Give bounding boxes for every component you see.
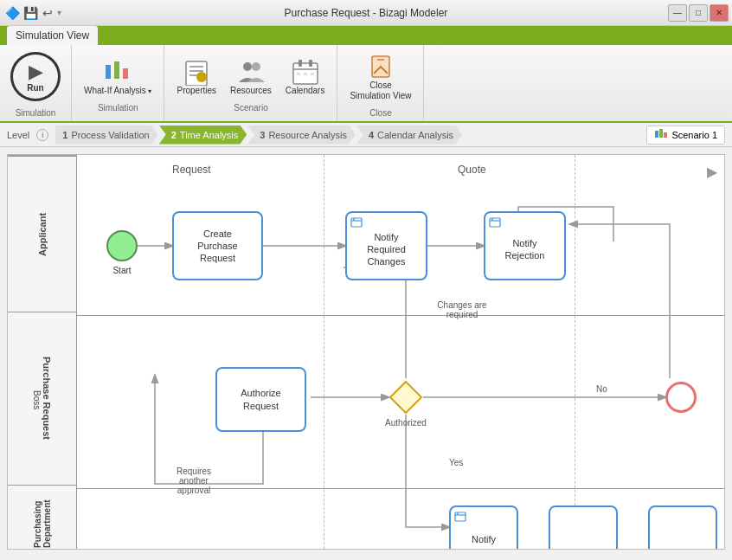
title-bar: 🔷 💾 ↩ ▾ Purchase Request - Bizagi Modele… bbox=[0, 0, 732, 26]
close-sim-label: Close Simulation View bbox=[350, 80, 411, 101]
col-divider-2 bbox=[575, 155, 575, 549]
properties-icon bbox=[183, 58, 210, 86]
toolbar: ▶ Run Simulation What-If Analysis ▾ Simu… bbox=[0, 45, 732, 123]
toolbar-group-whatif: What-If Analysis ▾ Simulation bbox=[72, 45, 164, 121]
svg-rect-2 bbox=[123, 68, 128, 79]
svg-rect-0 bbox=[106, 65, 111, 79]
section-quote: Quote bbox=[458, 164, 486, 176]
scenario-box[interactable]: Scenario 1 bbox=[646, 126, 725, 145]
minimize-btn[interactable]: — bbox=[668, 4, 687, 22]
svg-rect-34 bbox=[455, 512, 466, 521]
svg-point-9 bbox=[252, 62, 260, 71]
gateway-label: Authorized bbox=[380, 418, 432, 428]
lane-purchasing: PurchasingDepartment bbox=[8, 485, 76, 550]
yes-label: Yes bbox=[449, 458, 463, 467]
close-sim-icon bbox=[367, 53, 395, 80]
undo-quick-btn[interactable]: ↩ bbox=[40, 5, 55, 21]
toolbar-group-simulation: ▶ Run Simulation bbox=[0, 45, 72, 121]
what-if-icon bbox=[104, 58, 132, 86]
nav-step-3[interactable]: 3 Resource Analysis bbox=[247, 126, 356, 145]
level-label: Level bbox=[7, 130, 29, 140]
svg-rect-15 bbox=[304, 73, 307, 75]
what-if-label: What-If Analysis ▾ bbox=[84, 86, 151, 96]
run-label: Run bbox=[27, 83, 43, 93]
group-label-scenario: Scenario bbox=[234, 101, 267, 113]
nav-step-1[interactable]: 1 Process Validation bbox=[55, 126, 157, 145]
task-notify-bottom[interactable]: Notify bbox=[449, 505, 518, 549]
window-controls: — □ ✕ bbox=[668, 4, 729, 22]
task-notify-bottom-label: Notify bbox=[472, 533, 496, 545]
task-notify-required-label: NotifyRequiredChanges bbox=[367, 231, 406, 268]
task-create-purchase-label: CreatePurchaseRequest bbox=[197, 228, 237, 265]
task-notify-rejection-label: NotifyRejection bbox=[505, 237, 545, 262]
task-notify-rejection[interactable]: NotifyRejection bbox=[484, 211, 566, 280]
task-icon-notify-rejection bbox=[489, 216, 501, 231]
lane-applicant: Applicant bbox=[8, 156, 76, 312]
lane-boss: Purchase Request Boss bbox=[8, 312, 76, 485]
gateway-authorized bbox=[388, 380, 423, 415]
svg-rect-14 bbox=[297, 73, 300, 75]
resources-label: Resources bbox=[230, 86, 272, 96]
svg-point-7 bbox=[196, 72, 207, 82]
task-notify-required[interactable]: NotifyRequiredChanges bbox=[345, 211, 427, 280]
app-icon: 🔷 bbox=[5, 6, 20, 20]
scenario-items: Properties Resources Calendars bbox=[171, 55, 330, 100]
resources-icon bbox=[237, 58, 265, 86]
canvas-main: Request Quote ▶ bbox=[77, 155, 724, 549]
row-divider-1 bbox=[77, 315, 724, 316]
run-icon: ▶ bbox=[29, 61, 43, 83]
nav-step-2[interactable]: 2 Time Analysis bbox=[159, 126, 247, 145]
col-divider-1 bbox=[324, 155, 324, 549]
svg-rect-30 bbox=[490, 218, 500, 227]
task-authorize-label: AuthorizeRequest bbox=[241, 387, 280, 412]
task-bottom-3[interactable] bbox=[648, 505, 717, 549]
svg-point-36 bbox=[457, 513, 459, 515]
maximize-btn[interactable]: □ bbox=[689, 4, 708, 22]
task-create-purchase[interactable]: CreatePurchaseRequest bbox=[172, 211, 263, 280]
section-request: Request bbox=[172, 164, 211, 176]
toolbar-group-scenario: Properties Resources Calendars Scenario bbox=[164, 45, 337, 121]
calendars-button[interactable]: Calendars bbox=[280, 55, 331, 100]
group-label-close: Close bbox=[369, 106, 392, 118]
properties-button[interactable]: Properties bbox=[171, 55, 222, 100]
nav-bar: Level i 1 Process Validation 2 Time Anal… bbox=[0, 123, 732, 147]
what-if-button[interactable]: What-If Analysis ▾ bbox=[79, 55, 157, 100]
scenario-label: Scenario 1 bbox=[671, 130, 717, 140]
properties-label: Properties bbox=[177, 86, 216, 96]
no-label: No bbox=[596, 384, 607, 394]
start-event bbox=[106, 230, 138, 261]
close-btn[interactable]: ✕ bbox=[710, 4, 729, 22]
group-label-simulation: Simulation bbox=[16, 106, 56, 118]
task-icon-notify-required bbox=[350, 216, 363, 231]
lane-labels: Applicant Purchase Request Boss Purchasi… bbox=[8, 155, 77, 549]
svg-rect-21 bbox=[664, 132, 667, 138]
tab-simulation-view[interactable]: Simulation View bbox=[7, 26, 98, 45]
nav-step-3-label: Resource Analysis bbox=[268, 130, 347, 140]
scenario-icon bbox=[654, 128, 668, 142]
toolbar-group-close: Close Simulation View Close bbox=[337, 45, 424, 121]
svg-rect-16 bbox=[311, 73, 314, 75]
resources-button[interactable]: Resources bbox=[225, 55, 277, 100]
save-quick-btn[interactable]: 💾 bbox=[22, 5, 38, 21]
end-arrow: ▶ bbox=[707, 164, 717, 180]
info-icon[interactable]: i bbox=[36, 129, 48, 141]
task-bottom-2[interactable] bbox=[549, 505, 618, 549]
nav-step-4[interactable]: 4 Calendar Analysis bbox=[356, 126, 462, 145]
nav-step-4-label: Calendar Analysis bbox=[377, 130, 453, 140]
svg-point-8 bbox=[243, 62, 252, 71]
svg-rect-27 bbox=[351, 218, 362, 227]
run-button[interactable]: ▶ Run bbox=[10, 52, 61, 101]
task-authorize-request[interactable]: AuthorizeRequest bbox=[215, 367, 306, 432]
requires-another-label: Requiresanotherapproval bbox=[164, 467, 224, 495]
svg-marker-33 bbox=[390, 382, 421, 413]
close-simulation-button[interactable]: Close Simulation View bbox=[344, 49, 416, 105]
svg-rect-20 bbox=[659, 129, 663, 138]
calendars-icon bbox=[292, 58, 319, 86]
group-label-simulation2: Simulation bbox=[98, 101, 138, 113]
canvas-area: Applicant Purchase Request Boss Purchasi… bbox=[7, 154, 725, 550]
svg-point-32 bbox=[491, 219, 493, 221]
svg-rect-19 bbox=[655, 131, 658, 138]
task-icon-notify-bottom bbox=[454, 511, 466, 525]
calendars-label: Calendars bbox=[286, 86, 325, 96]
window-title: Purchase Request - Bizagi Modeler bbox=[285, 7, 448, 19]
